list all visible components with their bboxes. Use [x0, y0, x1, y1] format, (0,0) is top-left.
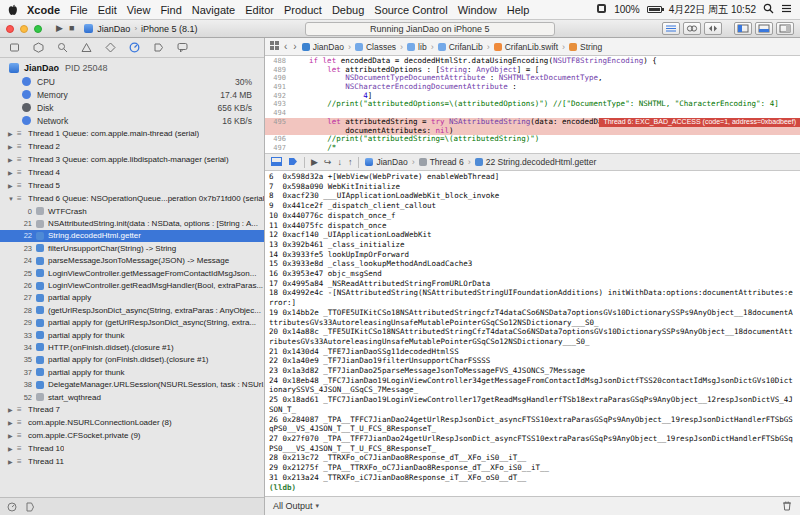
menu-item-product[interactable]: Product — [279, 4, 327, 16]
notification-center-icon[interactable] — [781, 4, 792, 15]
menu-item-file[interactable]: File — [65, 4, 93, 16]
input-source-icon[interactable] — [596, 3, 607, 16]
code-line[interactable]: 489 let attributedOptions : [String: Any… — [265, 66, 800, 75]
menu-item-view[interactable]: View — [122, 4, 156, 16]
spotlight-icon[interactable] — [763, 3, 774, 16]
stack-frame-row[interactable]: 22String.decodedHtml.getter — [0, 230, 264, 242]
stack-frame-row[interactable]: 29partial apply for (getUrlRespJsonDict_… — [0, 317, 264, 329]
stack-frame-row[interactable]: 0WTFCrash — [0, 205, 264, 217]
project-navigator-icon[interactable] — [9, 42, 20, 53]
stack-frame-row[interactable]: 35partial apply for (onFinish.didset).(c… — [0, 354, 264, 366]
forward-button[interactable]: › — [292, 41, 297, 52]
scheme-selector[interactable]: JianDao › iPhone 5 (8.1) — [84, 24, 197, 34]
menu-item-find[interactable]: Find — [155, 4, 186, 16]
disclosure-triangle-icon[interactable]: ▶ — [8, 182, 17, 189]
close-window-button[interactable] — [6, 25, 14, 33]
stack-frame-row[interactable]: 28(getUrlRespJsonDict_async(String, extr… — [0, 304, 264, 316]
toggle-navigator-button[interactable] — [734, 22, 752, 35]
thread-row[interactable]: ▼≡Thread 6 Queue: NSOperationQueue...per… — [0, 192, 264, 205]
debugbar-crumb-1[interactable]: Thread 6 — [419, 157, 464, 167]
thread-row[interactable]: ▶≡Thread 5 — [0, 179, 264, 192]
menu-item-editor[interactable]: Editor — [240, 4, 279, 16]
jumpbar-crumb-0[interactable]: JianDao — [302, 42, 344, 52]
stack-frame-row[interactable]: 33partial apply for thunk — [0, 329, 264, 341]
gauge-cpu[interactable]: CPU30% — [0, 75, 264, 88]
issue-navigator-icon[interactable] — [81, 42, 92, 53]
thread-row[interactable]: ▶≡com.apple.CFSocket.private (9) — [0, 429, 264, 442]
disclosure-triangle-icon[interactable]: ▶ — [8, 156, 17, 163]
stack-frame-row[interactable]: 52start_wqthread — [0, 391, 264, 403]
thread-row[interactable]: ▶≡Thread 1 Queue: com.apple.main-thread … — [0, 127, 264, 140]
stack-frame-row[interactable]: 27partial apply — [0, 292, 264, 304]
thread-row[interactable]: ▶≡Thread 4 — [0, 166, 264, 179]
symbol-navigator-icon[interactable] — [33, 42, 44, 53]
code-line[interactable]: 495 let attributedString = try NSAttribu… — [265, 118, 800, 127]
stack-frame-row[interactable]: 24parseMessageJsonToMessage(JSON) -> Mes… — [0, 255, 264, 267]
jumpbar-crumb-3[interactable]: CrifanLib — [438, 42, 483, 52]
gauge-network[interactable]: Network16 KB/s — [0, 114, 264, 127]
stack-frame-row[interactable]: 37partial apply for thunk — [0, 366, 264, 378]
report-navigator-icon[interactable] — [177, 42, 188, 53]
console-output[interactable]: 6 0x598d32a +[WebView(WebPrivate) enable… — [265, 171, 800, 496]
jumpbar-crumb-4[interactable]: CrifanLib.swift — [494, 42, 558, 52]
apple-menu-icon[interactable] — [8, 4, 18, 16]
disclosure-triangle-icon[interactable]: ▶ — [8, 130, 17, 137]
assistant-editor-button[interactable] — [683, 22, 701, 35]
menu-item-navigate[interactable]: Navigate — [187, 4, 240, 16]
toggle-debug-area-button[interactable] — [755, 22, 773, 35]
debugbar-crumb-2[interactable]: 22 String.decodedHtml.getter — [475, 157, 597, 167]
editor-code[interactable]: 488 if let encodedData = decodedHtmlStr.… — [265, 56, 800, 153]
related-items-icon[interactable] — [270, 41, 279, 52]
debug-navigator-icon[interactable] — [129, 42, 140, 53]
disclosure-triangle-icon[interactable]: ▶ — [8, 432, 17, 439]
stack-frame-row[interactable]: 25LoginViewController.getMessageFromCont… — [0, 267, 264, 279]
disclosure-triangle-icon[interactable]: ▶ — [8, 143, 17, 150]
code-line[interactable]: 488 if let encodedData = decodedHtmlStr.… — [265, 57, 800, 66]
stack-frame-row[interactable]: 38DelegateManager.URLSession(NSURLSessio… — [0, 378, 264, 390]
gauge-memory[interactable]: Memory17.4 MB — [0, 88, 264, 101]
jumpbar-crumb-1[interactable]: Classes — [355, 42, 396, 52]
output-filter-label[interactable]: All Output — [273, 501, 313, 511]
standard-editor-button[interactable] — [662, 22, 680, 35]
code-line[interactable]: 494 — [265, 109, 800, 118]
code-line[interactable]: documentAttributes: nil) — [265, 127, 800, 136]
code-line[interactable]: 496 //print("attributedString=\(attribut… — [265, 135, 800, 144]
test-navigator-icon[interactable] — [105, 42, 116, 53]
menu-item-edit[interactable]: Edit — [93, 4, 122, 16]
code-line[interactable]: 490 NSDocumentTypeDocumentAttribute : NS… — [265, 74, 800, 83]
jumpbar-crumb-5[interactable]: String — [569, 42, 602, 52]
step-out-button[interactable]: ↑ — [348, 158, 353, 167]
menu-datetime[interactable]: 4月22日 周五 10:52 — [669, 3, 756, 17]
menu-item-xcode[interactable]: Xcode — [22, 4, 65, 16]
zoom-window-button[interactable] — [34, 25, 42, 33]
find-navigator-icon[interactable] — [57, 42, 68, 53]
breakpoints-toggle-icon[interactable] — [288, 157, 298, 168]
thread-row[interactable]: ▶≡Thread 11 — [0, 455, 264, 468]
code-line[interactable]: 492 4] — [265, 92, 800, 101]
menu-item-help[interactable]: Help — [502, 4, 535, 16]
stack-frame-row[interactable]: 34HTTP.(onFinish.didset).(closure #1) — [0, 341, 264, 353]
process-row[interactable]: JianDao PID 25048 — [0, 60, 264, 75]
jumpbar-crumb-2[interactable]: lib — [407, 42, 427, 52]
disclosure-triangle-icon[interactable]: ▶ — [8, 406, 17, 413]
code-line[interactable]: 493 //print("attributedOptions=\(attribu… — [265, 100, 800, 109]
stack-frame-row[interactable]: 23filterUnsupportChar(String) -> String — [0, 242, 264, 254]
trash-icon[interactable] — [782, 500, 792, 513]
version-editor-button[interactable] — [704, 22, 722, 35]
minimize-window-button[interactable] — [20, 25, 28, 33]
breakpoint-navigator-icon[interactable] — [153, 42, 164, 53]
toggle-inspector-button[interactable] — [776, 22, 794, 35]
menu-item-window[interactable]: Window — [453, 4, 502, 16]
thread-row[interactable]: ▶≡Thread 3 Queue: com.apple.libdispatch-… — [0, 153, 264, 166]
thread-row[interactable]: ▶≡Thread 2 — [0, 140, 264, 153]
stack-frame-row[interactable]: 26LoginViewController.getReadMsgHandler(… — [0, 279, 264, 291]
hide-debug-area-icon[interactable] — [271, 157, 282, 168]
menu-item-debug[interactable]: Debug — [327, 4, 369, 16]
filter-gauge-icon[interactable] — [7, 498, 17, 515]
disclosure-triangle-icon[interactable]: ▶ — [8, 445, 17, 452]
step-into-button[interactable]: ↓ — [337, 158, 342, 167]
back-button[interactable]: ‹ — [283, 41, 288, 52]
filter-flag-icon[interactable] — [25, 498, 35, 515]
stack-frame-row[interactable]: 21NSAttributedString.init(data : NSData,… — [0, 217, 264, 229]
disclosure-triangle-icon[interactable]: ▶ — [8, 169, 17, 176]
